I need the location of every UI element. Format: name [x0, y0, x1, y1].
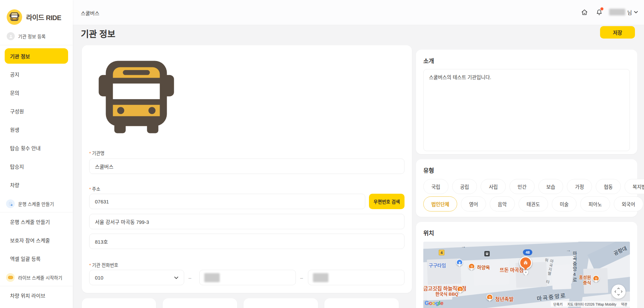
live-bus-icon	[6, 273, 15, 282]
register-label: 기관 정보 등록	[18, 33, 46, 40]
section-label: 운행 스케줄 만들기	[18, 200, 54, 207]
chip-row-2: 법인단체 영어 음악 태권도 미술 피아노 외국어	[423, 196, 630, 211]
type-chip-selected[interactable]: 법인단체	[423, 196, 457, 211]
phone-separator: –	[300, 275, 303, 281]
poi-label[interactable]: 중식	[568, 279, 591, 286]
map-data-credit: 지도 데이터 ©2026 TMap Mobility	[567, 302, 616, 307]
address-label: *주소	[89, 185, 100, 192]
sidebar-item-inquiry[interactable]: 문의	[0, 83, 73, 102]
sidebar-item-vehicles[interactable]: 차량	[0, 176, 73, 194]
type-chip[interactable]: 피아노	[580, 196, 610, 211]
one-way-arrow-icon: →	[566, 247, 571, 253]
tab-stops-card[interactable]: 탑승지	[244, 298, 318, 308]
org-name-label: *기관명	[89, 149, 105, 156]
sidebar-section-live: 라이브 스케줄 시작하기	[0, 268, 73, 286]
sidebar-item-students[interactable]: 원생	[0, 120, 73, 139]
type-chip[interactable]: 사립	[481, 179, 506, 194]
postal-code-input[interactable]	[89, 194, 365, 209]
types-title: 유형	[423, 166, 630, 174]
bus-illustration	[97, 58, 175, 136]
user-name-redacted	[609, 9, 625, 15]
poi-label-blue[interactable]: 구구타임	[429, 262, 446, 268]
type-chip[interactable]: 가정	[567, 179, 592, 194]
sidebar-menu: 기관 정보 공지 문의 구성원 원생 탑승 횟수 안내 탑승지 차량	[0, 45, 73, 194]
type-chip[interactable]: 공립	[452, 179, 477, 194]
poi-label[interactable]: 한국식 BBQ	[435, 291, 458, 297]
app-logo[interactable]: 라이드 RIDE	[0, 0, 73, 25]
sidebar-item-org-info[interactable]: 기관 정보	[5, 48, 68, 64]
map-terms-link[interactable]: 약관	[621, 302, 627, 307]
type-chip[interactable]: 태권도	[519, 196, 548, 211]
google-logo: Google	[425, 300, 443, 307]
tab-schedule-card[interactable]: 스케줄	[324, 298, 399, 308]
poi-label[interactable]: 하양옥	[477, 264, 490, 270]
map-attribution: 단축키 지도 데이터 ©2026 TMap Mobility 약관	[551, 301, 630, 307]
sidebar-item-guardian-schedule[interactable]: 보호자 참여 스케줄	[0, 231, 73, 249]
poi-label[interactable]: 청년족발	[495, 295, 514, 302]
exit-badge: 4	[439, 250, 444, 255]
phone-last-redacted	[313, 273, 328, 282]
phone-separator: –	[189, 275, 191, 281]
postal-search-button[interactable]: 우편번호 검색	[369, 194, 405, 209]
save-button[interactable]: 저장	[600, 26, 635, 39]
sidebar-item-members[interactable]: 구성원	[0, 102, 73, 120]
route-badge: 48	[523, 249, 532, 255]
home-button[interactable]	[580, 7, 589, 17]
phone-last-input[interactable]	[308, 270, 405, 285]
breadcrumb: 스쿨버스	[81, 9, 99, 16]
user-menu[interactable]: 님	[609, 9, 638, 16]
restaurant-pin-icon[interactable]	[593, 275, 599, 282]
type-chip[interactable]: 음악	[490, 196, 515, 211]
type-chip[interactable]: 보습	[538, 179, 564, 194]
sidebar-item-create-schedule[interactable]: 운행 스케줄 만들기	[0, 212, 73, 231]
user-suffix: 님	[627, 9, 632, 16]
chip-row-1: 국립 공립 사립 민간 보습 가정 협동 복지법인	[423, 179, 630, 194]
map-shortcut-link[interactable]: 단축키	[553, 302, 563, 307]
sidebar: 라이드 RIDE 기관 정보 등록 기관 정보 공지 문의 구성원 원생 탑승 …	[0, 0, 73, 308]
bus-logo-icon	[7, 9, 22, 25]
sidebar-item-excel-bulk[interactable]: 엑셀 일괄 등록	[0, 249, 73, 268]
org-location-marker[interactable]	[519, 256, 532, 269]
phone-middle-input[interactable]	[199, 270, 296, 285]
sidebar-item-ride-count[interactable]: 탑승 횟수 안내	[0, 139, 73, 157]
shop-pin-icon[interactable]	[456, 259, 463, 266]
tab-vehicles-card[interactable]: 차량	[163, 298, 237, 308]
address-line2-input[interactable]	[89, 234, 405, 249]
type-chip[interactable]: 국립	[423, 179, 448, 194]
type-chip[interactable]: 복지법인	[625, 179, 644, 194]
app-title: 라이드 RIDE	[26, 12, 61, 22]
tab-students-card[interactable]: 원생	[82, 298, 156, 308]
sidebar-item-vehicle-live[interactable]: 차량 위치 라이브	[0, 286, 73, 305]
location-card: 위치 → → 4 48 마곡중앙4로 공항대 마곡중앙로 마곡지웰 타워 구구타…	[416, 222, 637, 308]
type-chip[interactable]: 미술	[552, 196, 577, 211]
bus-stop-icon	[484, 251, 490, 256]
location-title: 위치	[423, 229, 630, 237]
intro-textarea[interactable]: 스쿨버스의 테스트 기관입니다.	[423, 69, 630, 151]
restaurant-pin-icon[interactable]	[486, 294, 493, 301]
phone-prefix-select[interactable]: 010	[89, 270, 184, 285]
intro-card: 소개 스쿨버스의 테스트 기관입니다.	[416, 50, 637, 154]
type-chip[interactable]: 영어	[461, 196, 486, 211]
sidebar-item-notice[interactable]: 공지	[0, 65, 73, 83]
map[interactable]: → → 4 48 마곡중앙4로 공항대 마곡중앙로 마곡지웰 타워 구구타임 하…	[423, 242, 630, 308]
section-label: 라이브 스케줄 시작하기	[18, 274, 62, 281]
org-name-input[interactable]	[89, 159, 405, 174]
map-pan-control[interactable]	[611, 285, 626, 299]
address-line1-input[interactable]	[89, 214, 405, 229]
one-way-arrow-icon: →	[461, 243, 466, 249]
chevron-down-icon	[174, 276, 178, 279]
poi-label[interactable]: 뜨돈 마곡점	[500, 266, 524, 273]
person-icon	[7, 32, 15, 40]
sidebar-item-register[interactable]: 기관 정보 등록	[0, 25, 73, 45]
type-chip[interactable]: 민간	[509, 179, 535, 194]
restaurant-pin-icon[interactable]	[457, 286, 464, 293]
doc-plus-icon	[6, 199, 15, 208]
type-chip[interactable]: 외국어	[614, 196, 643, 211]
restaurant-pin-icon[interactable]	[468, 263, 475, 270]
page-title: 기관 정보	[81, 27, 115, 40]
sidebar-item-stops[interactable]: 탑승지	[0, 157, 73, 176]
notification-bell-button[interactable]	[594, 7, 604, 17]
types-card: 유형 국립 공립 사립 민간 보습 가정 협동 복지법인 법인단체 영어 음악 …	[416, 159, 637, 217]
notification-dot	[600, 7, 603, 10]
type-chip[interactable]: 협동	[596, 179, 621, 194]
